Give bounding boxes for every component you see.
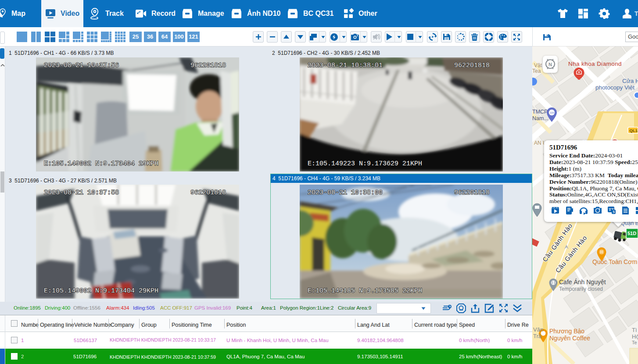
svg-text:E:105.149185 N:9.173585 22KPH: E:105.149185 N:9.173585 22KPH (308, 287, 422, 295)
svg-text:Cửa H: Cửa H (622, 78, 638, 84)
svg-text:962201818: 962201818 (190, 189, 226, 196)
svg-text:Nguyên Coffee: Nguyên Coffee (549, 335, 590, 342)
svg-text:photocopy Việt: photocopy Việt (595, 84, 634, 91)
svg-text:Tea: Tea (532, 68, 541, 74)
svg-text:E:105.149223 N:9.173629 21KPH: E:105.149223 N:9.173629 21KPH (308, 160, 422, 168)
svg-text:Tì: Tì (632, 327, 637, 333)
svg-text:2023-08-21 10:37:56: 2023-08-21 10:37:56 (44, 62, 119, 69)
svg-text:Cafe Ánh Nguyệt: Cafe Ánh Nguyệt (559, 278, 606, 285)
svg-text:2023-08-21 10:38:00: 2023-08-21 10:38:00 (308, 189, 383, 196)
svg-text:TMCP: TMCP (532, 109, 548, 115)
svg-text:Văn: Văn (533, 326, 543, 333)
svg-text:2023-08-21 10:37:58: 2023-08-21 10:37:58 (44, 189, 119, 196)
svg-text:Te: Te (632, 340, 637, 345)
svg-text:E:105.149002 N:9.173404 29KPH: E:105.149002 N:9.173404 29KPH (44, 160, 158, 168)
svg-text:Phương Bảo: Phương Bảo (549, 328, 584, 335)
svg-text:S: S (613, 210, 615, 214)
svg-text:100: 100 (550, 111, 555, 114)
svg-text:Vặt: Vặt (534, 62, 542, 68)
svg-text:51D: 51D (627, 231, 636, 236)
svg-text:Temporarily closed: Temporarily closed (559, 286, 603, 292)
svg-text:Nam...: Nam... (532, 115, 548, 121)
svg-text:Hộ: Hộ (632, 333, 638, 340)
svg-text:962201818: 962201818 (454, 62, 490, 69)
svg-text:N: N (548, 62, 552, 67)
svg-text:E:105.149002 N:9.173404 29KPH: E:105.149002 N:9.173404 29KPH (44, 287, 158, 295)
svg-text:Trầ: Trầ (533, 333, 542, 339)
svg-text:2023-08-21 10:38:01: 2023-08-21 10:38:01 (308, 62, 383, 69)
svg-text:Quốc Toàn Cơm T: Quốc Toàn Cơm T (592, 258, 638, 265)
svg-text:QL1: QL1 (630, 128, 638, 133)
svg-text:962201818: 962201818 (190, 62, 226, 69)
svg-text:962201818: 962201818 (454, 189, 490, 196)
svg-text:Nha khoa Diamond: Nha khoa Diamond (568, 61, 622, 67)
